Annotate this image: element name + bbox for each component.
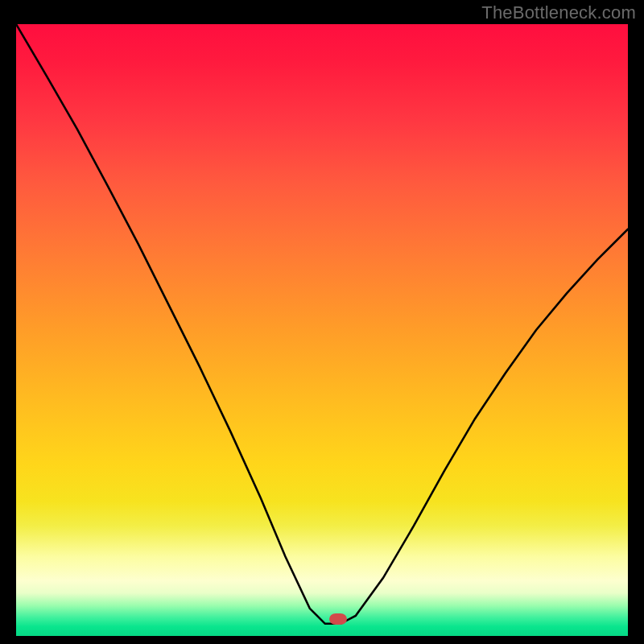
curve-path [16, 24, 628, 624]
watermark-text: TheBottleneck.com [481, 2, 636, 23]
plot-area [16, 24, 628, 636]
chart-frame: TheBottleneck.com [0, 0, 644, 644]
line-curve [16, 24, 628, 636]
minimum-marker [329, 613, 347, 625]
